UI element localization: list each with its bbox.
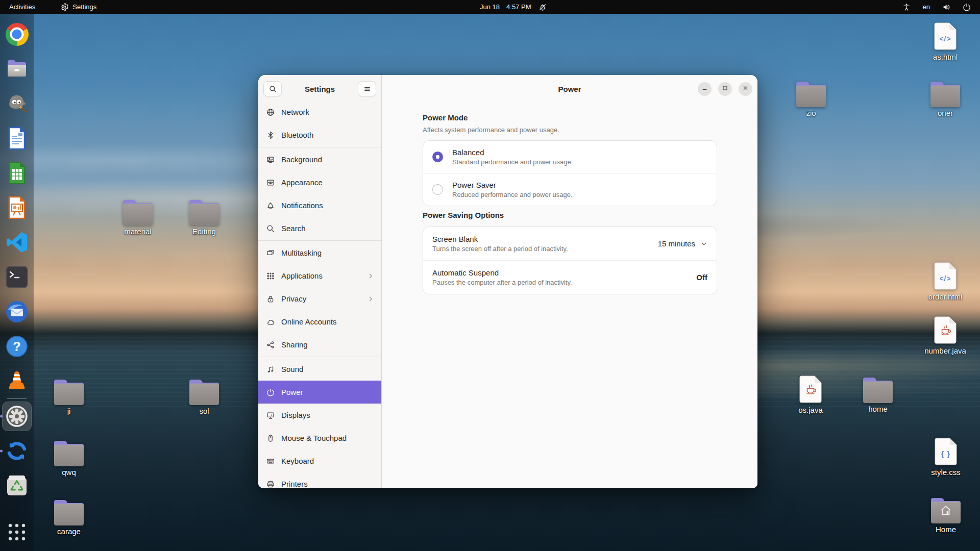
desktop-icon-home[interactable]: home (850, 378, 906, 413)
sidebar-item-sound[interactable]: Sound (258, 358, 381, 381)
sidebar-item-label: Applications (281, 271, 323, 280)
displays-icon (266, 411, 275, 419)
software-updater-icon (5, 439, 29, 463)
sidebar-item-label: Search (281, 224, 306, 233)
sidebar-item-notifications[interactable]: Notifications (258, 194, 381, 217)
power-saving-row-screen-blank[interactable]: Screen BlankTurns the screen off after a… (423, 227, 717, 260)
sidebar-item-privacy[interactable]: Privacy (258, 287, 381, 310)
sidebar-item-sharing[interactable]: Sharing (258, 333, 381, 356)
sidebar-item-multitasking[interactable]: Multitasking (258, 241, 381, 264)
sidebar-item-label: Displays (281, 411, 310, 419)
sidebar-header: Settings (258, 75, 381, 99)
house-icon (939, 504, 952, 517)
dock-item-files[interactable] (5, 57, 29, 81)
folder-icon (863, 378, 893, 402)
search-icon (266, 224, 275, 233)
desktop-icon-zio[interactable]: zio (783, 82, 839, 117)
sidebar-item-mouse-touchpad[interactable]: Mouse & Touchpad (258, 427, 381, 449)
desktop-icon-material[interactable]: material (110, 200, 166, 236)
dock-item-thunderbird[interactable] (5, 299, 29, 324)
sidebar-item-appearance[interactable]: Appearance (258, 171, 381, 194)
dock-item-software-updater[interactable] (5, 439, 29, 463)
settings-sidebar: Settings NetworkBluetoothBackgroundAppea… (258, 75, 382, 488)
sidebar-item-keyboard[interactable]: Keyboard (258, 449, 381, 472)
dock-item-libreoffice-writer[interactable] (5, 126, 29, 151)
sidebar-item-bluetooth[interactable]: Bluetooth (258, 123, 381, 146)
desktop-icon-qwq[interactable]: qwq (41, 441, 97, 477)
sidebar-item-background[interactable]: Background (258, 148, 381, 171)
activities-button[interactable]: Activities (5, 0, 39, 14)
sidebar-item-label: Sound (281, 365, 303, 373)
html-code-icon: </> (934, 274, 957, 283)
sidebar-separator (258, 357, 381, 357)
screen: Activities Settings Jun 184:57 PM en ? m… (0, 0, 980, 551)
row-value: Off (696, 273, 707, 282)
desktop-icon-oner[interactable]: oner (917, 82, 973, 117)
gear-icon (61, 3, 69, 11)
option-description: Standard performance and power usage. (452, 158, 707, 166)
desktop-icon-label: material (110, 227, 166, 236)
dock-item-trash[interactable] (5, 473, 29, 498)
system-status-area[interactable]: en (902, 0, 980, 14)
power-icon (266, 388, 275, 396)
power-mode-section: Power Mode Affects system performance an… (423, 113, 717, 206)
desktop-icon-Editing[interactable]: Editing (176, 200, 232, 236)
notifications-icon (266, 202, 275, 210)
sidebar-item-online-accounts[interactable]: Online Accounts (258, 310, 381, 333)
radio-unselected-icon[interactable] (432, 184, 443, 195)
sidebar-item-printers[interactable]: Printers (258, 472, 381, 488)
chevron-down-icon (700, 240, 707, 247)
desktop-icon-Home[interactable]: Home (918, 498, 974, 534)
folder-icon (189, 200, 219, 224)
sidebar-item-network[interactable]: Network (258, 101, 381, 123)
dock-item-libreoffice-impress[interactable] (5, 195, 29, 220)
power-mode-option-balanced[interactable]: BalancedStandard performance and power u… (423, 141, 717, 173)
primary-menu-button[interactable] (358, 81, 376, 96)
desktop-icon-label: sol (176, 407, 232, 415)
dock-item-gimp[interactable] (5, 91, 29, 116)
desktop-icon-os.java[interactable]: os.java (782, 375, 839, 414)
window-title: Settings (286, 85, 354, 93)
sidebar-item-power[interactable]: Power (258, 381, 381, 404)
power-saving-section: Power Saving Options Screen BlankTurns t… (423, 210, 717, 294)
sidebar-item-label: Power (281, 388, 303, 396)
dock-item-app-grid[interactable] (5, 520, 29, 544)
maximize-button[interactable] (718, 82, 732, 96)
desktop-icon-number.java[interactable]: number.java (917, 316, 973, 355)
desktop-icon-label: as.html (917, 53, 973, 61)
desktop-icon-sol[interactable]: sol (176, 380, 232, 415)
dock-item-terminal[interactable] (5, 265, 29, 289)
gimp-icon (5, 91, 29, 116)
dock-item-help[interactable]: ? (5, 334, 29, 359)
dock-item-vscode[interactable] (5, 230, 29, 255)
sidebar-search-button[interactable] (263, 81, 282, 96)
focused-app-indicator[interactable]: Settings (57, 0, 101, 14)
bell-slash-icon (538, 3, 547, 11)
desktop-icon-as.html[interactable]: </>as.html (917, 22, 973, 61)
keyboard-layout-indicator[interactable]: en (923, 3, 930, 11)
dock-item-libreoffice-calc[interactable] (5, 161, 29, 185)
desktop-icon-style.css[interactable]: { }style.css (918, 438, 974, 477)
main-headerbar: Power (382, 75, 757, 99)
row-value[interactable]: 15 minutes (658, 239, 707, 248)
clock-menu[interactable]: Jun 184:57 PM (480, 0, 547, 14)
sidebar-item-search[interactable]: Search (258, 217, 381, 240)
close-button[interactable] (739, 82, 752, 96)
dock-item-chrome[interactable] (5, 22, 29, 46)
desktop-icon-ji[interactable]: ji (41, 380, 97, 415)
radio-selected-icon[interactable] (432, 152, 443, 162)
sidebar-item-displays[interactable]: Displays (258, 404, 381, 427)
row-label: Screen Blank (432, 235, 658, 243)
power-saving-row-automatic-suspend[interactable]: Automatic SuspendPauses the computer aft… (423, 260, 717, 294)
desktop-icon-order.html[interactable]: </>order.html (917, 262, 973, 301)
power-saving-card: Screen BlankTurns the screen off after a… (423, 227, 717, 294)
power-mode-option-power-saver[interactable]: Power SaverReduced performance and power… (423, 173, 717, 206)
folder-icon (54, 441, 84, 465)
dock-item-settings[interactable] (5, 404, 29, 429)
css-braces-icon: { } (935, 450, 957, 458)
minimize-button[interactable] (698, 82, 712, 96)
dock-item-vlc[interactable] (5, 369, 29, 393)
desktop-icon-carage[interactable]: carage (41, 500, 97, 536)
sidebar-item-applications[interactable]: Applications (258, 264, 381, 287)
desktop-icon-label: qwq (41, 468, 97, 477)
